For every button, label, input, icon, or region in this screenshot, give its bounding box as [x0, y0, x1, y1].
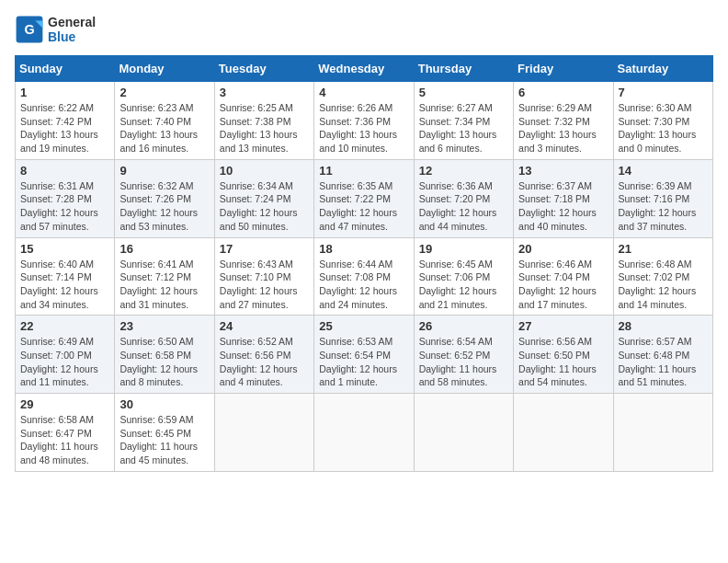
sunrise-label: Sunrise: 6:23 AM	[119, 102, 193, 113]
day-info: Sunrise: 6:54 AM Sunset: 6:52 PM Dayligh…	[419, 335, 508, 389]
calendar-cell: 18 Sunrise: 6:44 AM Sunset: 7:08 PM Dayl…	[314, 237, 414, 316]
sunset-label: Sunset: 6:54 PM	[319, 350, 391, 361]
sunrise-label: Sunrise: 6:34 AM	[220, 180, 293, 191]
calendar-cell: 9 Sunrise: 6:32 AM Sunset: 7:26 PM Dayli…	[115, 159, 214, 237]
day-number: 25	[319, 319, 408, 333]
daylight-label: Daylight: 12 hours and 27 minutes.	[220, 285, 298, 310]
daylight-label: Daylight: 12 hours and 21 minutes.	[419, 285, 497, 310]
day-number: 2	[119, 86, 209, 99]
calendar-header-saturday: Saturday	[613, 56, 712, 82]
sunset-label: Sunset: 7:34 PM	[419, 116, 491, 127]
sunset-label: Sunset: 7:40 PM	[119, 116, 191, 127]
calendar-cell: 24 Sunrise: 6:52 AM Sunset: 6:56 PM Dayl…	[214, 316, 313, 394]
day-info: Sunrise: 6:53 AM Sunset: 6:54 PM Dayligh…	[319, 335, 408, 389]
day-info: Sunrise: 6:44 AM Sunset: 7:08 PM Dayligh…	[319, 258, 408, 312]
day-number: 11	[319, 164, 408, 178]
sunrise-label: Sunrise: 6:54 AM	[419, 336, 493, 347]
daylight-label: Daylight: 12 hours and 4 minutes.	[220, 363, 298, 388]
daylight-label: Daylight: 12 hours and 34 minutes.	[20, 285, 98, 310]
sunrise-label: Sunrise: 6:46 AM	[518, 259, 592, 270]
calendar-cell: 22 Sunrise: 6:49 AM Sunset: 7:00 PM Dayl…	[16, 316, 115, 394]
day-info: Sunrise: 6:59 AM Sunset: 6:45 PM Dayligh…	[119, 413, 209, 467]
day-info: Sunrise: 6:32 AM Sunset: 7:26 PM Dayligh…	[119, 179, 209, 234]
sunrise-label: Sunrise: 6:29 AM	[518, 102, 592, 113]
daylight-label: Daylight: 12 hours and 1 minute.	[319, 363, 397, 388]
sunset-label: Sunset: 6:50 PM	[518, 350, 590, 361]
sunset-label: Sunset: 6:56 PM	[220, 350, 291, 361]
sunset-label: Sunset: 7:02 PM	[619, 271, 690, 282]
calendar-cell: 10 Sunrise: 6:34 AM Sunset: 7:24 PM Dayl…	[214, 159, 313, 237]
day-number: 21	[619, 242, 708, 256]
day-info: Sunrise: 6:50 AM Sunset: 6:58 PM Dayligh…	[119, 335, 209, 389]
daylight-label: Daylight: 12 hours and 14 minutes.	[619, 285, 697, 310]
sunset-label: Sunset: 6:48 PM	[619, 350, 690, 361]
day-number: 10	[220, 164, 309, 178]
calendar-cell: 13 Sunrise: 6:37 AM Sunset: 7:18 PM Dayl…	[514, 159, 613, 237]
day-number: 18	[319, 242, 408, 256]
day-number: 9	[119, 164, 209, 178]
day-info: Sunrise: 6:40 AM Sunset: 7:14 PM Dayligh…	[20, 258, 109, 312]
sunrise-label: Sunrise: 6:45 AM	[419, 259, 493, 270]
sunrise-label: Sunrise: 6:26 AM	[319, 102, 392, 113]
daylight-label: Daylight: 12 hours and 40 minutes.	[518, 207, 597, 232]
calendar-cell: 19 Sunrise: 6:45 AM Sunset: 7:06 PM Dayl…	[414, 237, 513, 316]
calendar-cell: 20 Sunrise: 6:46 AM Sunset: 7:04 PM Dayl…	[514, 237, 613, 316]
sunrise-label: Sunrise: 6:30 AM	[619, 102, 692, 113]
day-info: Sunrise: 6:27 AM Sunset: 7:34 PM Dayligh…	[419, 101, 508, 155]
sunrise-label: Sunrise: 6:53 AM	[319, 336, 392, 347]
calendar-cell: 30 Sunrise: 6:59 AM Sunset: 6:45 PM Dayl…	[115, 394, 214, 472]
daylight-label: Daylight: 13 hours and 10 minutes.	[319, 129, 397, 154]
calendar-cell: 23 Sunrise: 6:50 AM Sunset: 6:58 PM Dayl…	[115, 316, 214, 394]
page-header: G General Blue	[15, 15, 713, 44]
day-info: Sunrise: 6:41 AM Sunset: 7:12 PM Dayligh…	[119, 258, 209, 312]
calendar-cell: 16 Sunrise: 6:41 AM Sunset: 7:12 PM Dayl…	[115, 237, 214, 316]
day-info: Sunrise: 6:58 AM Sunset: 6:47 PM Dayligh…	[20, 413, 109, 467]
calendar-cell: 3 Sunrise: 6:25 AM Sunset: 7:38 PM Dayli…	[214, 82, 313, 160]
sunrise-label: Sunrise: 6:41 AM	[119, 259, 193, 270]
day-info: Sunrise: 6:37 AM Sunset: 7:18 PM Dayligh…	[518, 179, 608, 234]
day-number: 26	[419, 319, 508, 333]
sunrise-label: Sunrise: 6:52 AM	[220, 336, 293, 347]
day-number: 30	[119, 397, 209, 411]
sunset-label: Sunset: 7:32 PM	[518, 116, 590, 127]
logo: G General Blue	[15, 15, 96, 44]
day-info: Sunrise: 6:48 AM Sunset: 7:02 PM Dayligh…	[619, 258, 708, 312]
sunrise-label: Sunrise: 6:39 AM	[619, 180, 692, 191]
sunset-label: Sunset: 6:58 PM	[119, 350, 191, 361]
sunrise-label: Sunrise: 6:31 AM	[20, 180, 94, 191]
daylight-label: Daylight: 12 hours and 47 minutes.	[319, 207, 397, 232]
calendar-header-monday: Monday	[115, 56, 214, 82]
calendar-cell	[214, 394, 313, 472]
daylight-label: Daylight: 11 hours and 54 minutes.	[518, 363, 597, 388]
day-info: Sunrise: 6:39 AM Sunset: 7:16 PM Dayligh…	[619, 179, 708, 234]
day-number: 29	[20, 397, 109, 411]
calendar-cell: 28 Sunrise: 6:57 AM Sunset: 6:48 PM Dayl…	[613, 316, 712, 394]
sunrise-label: Sunrise: 6:57 AM	[619, 336, 692, 347]
sunrise-label: Sunrise: 6:32 AM	[119, 180, 193, 191]
sunset-label: Sunset: 7:10 PM	[220, 271, 291, 282]
calendar-cell: 12 Sunrise: 6:36 AM Sunset: 7:20 PM Dayl…	[414, 159, 513, 237]
sunrise-label: Sunrise: 6:22 AM	[20, 102, 94, 113]
calendar-cell: 15 Sunrise: 6:40 AM Sunset: 7:14 PM Dayl…	[16, 237, 115, 316]
daylight-label: Daylight: 12 hours and 37 minutes.	[619, 207, 697, 232]
calendar-cell	[613, 394, 712, 472]
day-info: Sunrise: 6:26 AM Sunset: 7:36 PM Dayligh…	[319, 101, 408, 155]
day-info: Sunrise: 6:52 AM Sunset: 6:56 PM Dayligh…	[220, 335, 309, 389]
calendar-cell: 14 Sunrise: 6:39 AM Sunset: 7:16 PM Dayl…	[613, 159, 712, 237]
daylight-label: Daylight: 11 hours and 58 minutes.	[419, 363, 497, 388]
sunset-label: Sunset: 7:28 PM	[20, 193, 92, 204]
sunset-label: Sunset: 7:04 PM	[518, 271, 590, 282]
sunrise-label: Sunrise: 6:40 AM	[20, 259, 94, 270]
calendar-cell	[514, 394, 613, 472]
day-number: 27	[518, 319, 608, 333]
sunrise-label: Sunrise: 6:56 AM	[518, 336, 592, 347]
day-info: Sunrise: 6:31 AM Sunset: 7:28 PM Dayligh…	[20, 179, 109, 234]
sunset-label: Sunset: 6:47 PM	[20, 428, 92, 439]
day-number: 20	[518, 242, 608, 256]
sunset-label: Sunset: 7:30 PM	[619, 116, 690, 127]
day-info: Sunrise: 6:29 AM Sunset: 7:32 PM Dayligh…	[518, 101, 608, 155]
day-info: Sunrise: 6:45 AM Sunset: 7:06 PM Dayligh…	[419, 258, 508, 312]
day-info: Sunrise: 6:57 AM Sunset: 6:48 PM Dayligh…	[619, 335, 708, 389]
day-info: Sunrise: 6:56 AM Sunset: 6:50 PM Dayligh…	[518, 335, 608, 389]
sunrise-label: Sunrise: 6:36 AM	[419, 180, 493, 191]
